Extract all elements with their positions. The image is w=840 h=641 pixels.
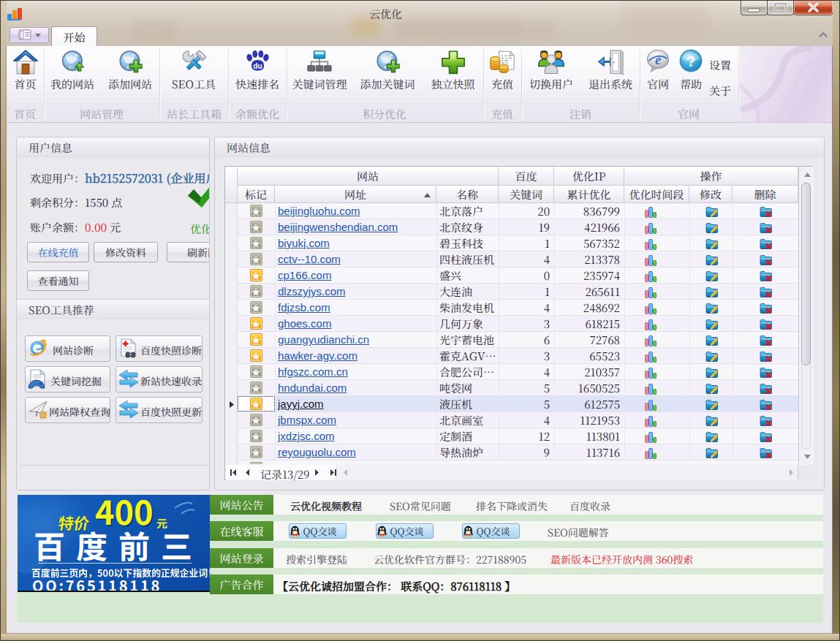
svg-text:du: du (253, 62, 262, 70)
svg-text:e: e (655, 53, 661, 67)
svg-text:?: ? (686, 53, 696, 69)
